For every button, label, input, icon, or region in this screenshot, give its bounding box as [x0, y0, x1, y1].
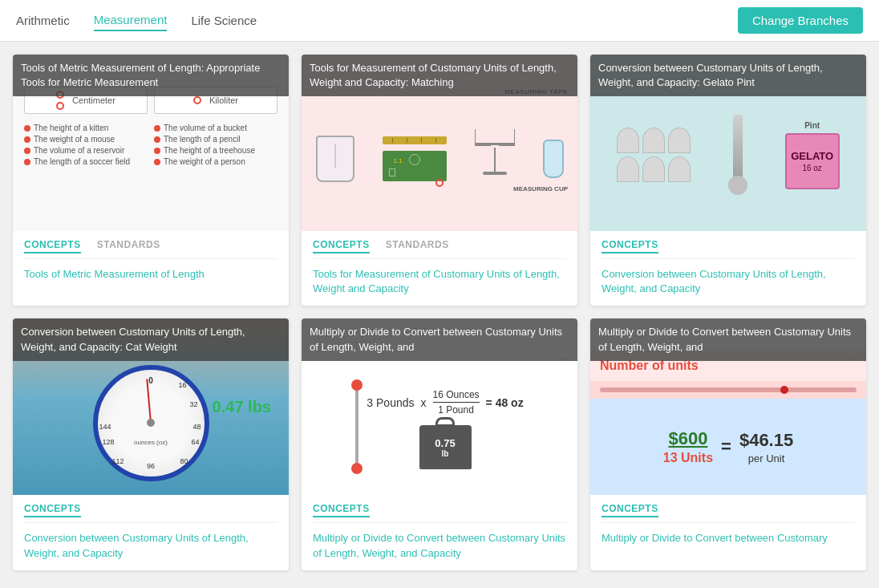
slider-dot-top [351, 379, 363, 391]
cup-6 [668, 156, 691, 182]
cup-1 [617, 128, 639, 153]
tab-arithmetic[interactable]: Arithmetic [16, 10, 70, 30]
scoop-tool [728, 115, 747, 195]
measuring-cup-shape [316, 136, 354, 182]
value-600: $600 [668, 428, 707, 449]
tab-standards-2[interactable]: STANDARDS [386, 239, 449, 253]
list-item-5: The length of a pencil [154, 135, 277, 144]
scale-pole [494, 148, 496, 172]
dial-0: 0 [148, 376, 153, 385]
tab-standards-1[interactable]: STANDARDS [97, 239, 160, 253]
card-footer-6: CONCEPTS Multiply or Divide to Convert b… [590, 495, 866, 555]
card-title-4: Conversion between Customary Units of Le… [13, 318, 289, 360]
card-thumbnail-4[interactable]: 0 16 32 48 64 80 96 112 128 144 ounces (… [13, 318, 289, 495]
formula-row: 3 Pounds x 16 Ounces 1 Pound = 48 oz [367, 389, 523, 416]
scale-base [483, 172, 507, 175]
slider-line [355, 383, 358, 471]
change-branches-button[interactable]: Change Branches [738, 7, 863, 34]
value-group-right: $46.15 per Unit [739, 430, 793, 464]
weight-handle [435, 417, 455, 427]
dial-needle [146, 379, 152, 423]
dial-112: 112 [112, 457, 124, 465]
tab-concepts-3[interactable]: CONCEPTS [602, 239, 658, 253]
formula-left: 3 Pounds [367, 396, 414, 409]
ruler-section: 1.1 [383, 136, 447, 181]
list-item-3: The length of a soccer field [24, 157, 148, 166]
pint-label: Pint [804, 121, 820, 130]
card-link-3[interactable]: Conversion between Customary Units of Le… [602, 267, 855, 296]
centimeter-label: Centimeter [72, 95, 115, 105]
formula-section: 3 Pounds x 16 Ounces 1 Pound = 48 oz 0.7… [367, 389, 523, 469]
card-tabs-3: CONCEPTS [602, 239, 855, 259]
dial-96: 96 [147, 462, 155, 470]
card-footer-3: CONCEPTS Conversion between Customary Un… [590, 231, 866, 306]
spoon-row-1 [617, 128, 691, 153]
scale-dial: 0 16 32 48 64 80 96 112 128 144 ounces (… [93, 365, 209, 481]
cup-2 [642, 128, 665, 153]
dial-80: 80 [180, 457, 188, 465]
soccer-field: 1.1 [383, 151, 447, 181]
tab-concepts-1[interactable]: CONCEPTS [24, 239, 81, 253]
card-tabs-2: CONCEPTS STANDARDS [313, 239, 566, 259]
formula-x: x [421, 396, 427, 409]
tab-measurement[interactable]: Measurement [94, 10, 168, 31]
tab-concepts-6[interactable]: CONCEPTS [602, 503, 658, 517]
tab-concepts-2[interactable]: CONCEPTS [313, 239, 370, 253]
tab-concepts-4[interactable]: CONCEPTS [24, 503, 81, 517]
weight-label: 0.75 [435, 437, 455, 449]
spoon-row-2 [617, 156, 691, 182]
card-thumbnail-5[interactable]: 3 Pounds x 16 Ounces 1 Pound = 48 oz 0.7… [302, 318, 577, 495]
dial-32: 32 [189, 400, 197, 408]
card-title-5: Multiply or Divide to Convert between Cu… [302, 318, 577, 360]
slider-dot-bottom [351, 463, 363, 474]
card-multiply-divide: 3 Pounds x 16 Ounces 1 Pound = 48 oz 0.7… [302, 318, 577, 570]
scoop-handle [733, 115, 743, 179]
spoon-group [617, 128, 691, 182]
tab-concepts-5[interactable]: CONCEPTS [313, 503, 370, 517]
gelato-size: 16 oz [802, 164, 821, 172]
card-footer-1: CONCEPTS STANDARDS Tools of Metric Measu… [13, 231, 289, 291]
formula-result: = 48 oz [486, 396, 524, 409]
card-thumbnail-3[interactable]: Pint GELATO 16 oz Conversion between Cus… [590, 55, 866, 231]
per-unit-label: per Unit [748, 452, 785, 464]
card-link-5[interactable]: Multiply or Divide to Convert between Cu… [313, 531, 566, 560]
card-tabs-5: CONCEPTS [313, 503, 566, 523]
list-item-1: The weight of a mouse [24, 135, 148, 144]
value-13-units: 13 Units [663, 451, 713, 465]
card-customary-matching: MEASURING TAPE [302, 55, 577, 306]
slider-thumb [780, 386, 788, 394]
card-title-2: Tools for Measurement of Customary Units… [302, 55, 577, 96]
card-footer-4: CONCEPTS Conversion between Customary Un… [13, 495, 289, 570]
card-link-4[interactable]: Conversion between Customary Units of Le… [24, 531, 277, 560]
dial-128: 128 [103, 438, 115, 446]
formula-denominator: 1 Pound [438, 403, 474, 416]
card-number-units: Number of units $600 13 Units = $46.15 [590, 318, 866, 570]
card-link-1[interactable]: Tools of Metric Measurement of Length [24, 267, 277, 282]
card-link-2[interactable]: Tools for Measurement of Customary Units… [313, 267, 566, 296]
tab-life-science[interactable]: Life Science [191, 10, 257, 30]
card-thumbnail-6[interactable]: Number of units $600 13 Units = $46.15 [590, 318, 866, 495]
formula-numerator: 16 Ounces [433, 389, 480, 403]
card-grid: Centimeter Kiloliter The height of a kit… [0, 42, 879, 583]
card-tabs-4: CONCEPTS [24, 503, 277, 523]
formula-fraction: 16 Ounces 1 Pound [433, 389, 480, 416]
cup-section [316, 136, 354, 182]
card-link-6[interactable]: Multiply or Divide to Convert between Cu… [602, 531, 855, 545]
num-units-blue-section: $600 13 Units = $46.15 per Unit [590, 399, 866, 495]
scale-section [475, 143, 515, 175]
value-group-left: $600 13 Units [663, 428, 713, 465]
card-title-1: Tools of Metric Measurement of Length: A… [13, 55, 289, 96]
nav-bar: Arithmetic Measurement Life Science Chan… [0, 0, 879, 42]
list-item-0: The height of a kitten [24, 124, 148, 132]
slider-container [590, 381, 866, 399]
gelato-box: Pint GELATO 16 oz [785, 121, 840, 189]
card-thumbnail-1[interactable]: Centimeter Kiloliter The height of a kit… [13, 55, 289, 231]
card-footer-2: CONCEPTS STANDARDS Tools for Measurement… [302, 231, 577, 306]
bottle-section [543, 140, 564, 178]
metric-list: The height of a kitten The volume of a b… [24, 124, 277, 166]
card-title-3: Conversion between Customary Units of Le… [590, 55, 866, 96]
list-item-7: The weight of a person [154, 157, 277, 166]
red-circle-marker [435, 179, 444, 187]
card-thumbnail-2[interactable]: MEASURING TAPE [302, 55, 577, 231]
cup-3 [668, 128, 691, 153]
